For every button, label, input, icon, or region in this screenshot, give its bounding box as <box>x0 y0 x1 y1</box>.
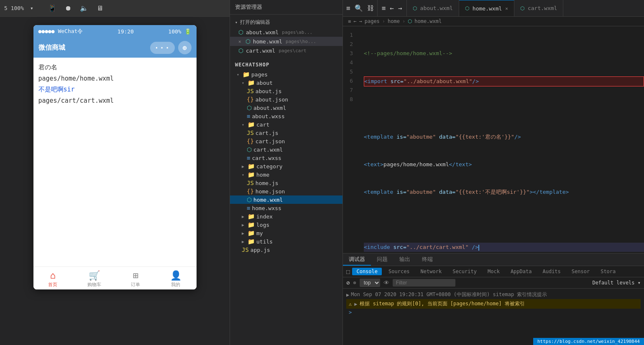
tree-cart-wxss[interactable]: ≡ cart.wxss <box>230 154 342 162</box>
tree-logs-folder[interactable]: ▶ 📁 logs <box>230 221 342 229</box>
open-file-about-name: about.wxml <box>246 29 279 36</box>
tree-cart-folder[interactable]: ▾ 📁 cart <box>230 120 342 129</box>
nav-profile[interactable]: 👤 我的 <box>170 270 181 288</box>
tree-utils-folder[interactable]: ▶ 📁 utils <box>230 237 342 246</box>
warning-text: 根据 sitemap 的规则[0], 当前页面 [pages/home/home… <box>360 300 524 307</box>
home-wxss-label: home.wxss <box>252 205 281 211</box>
tree-my-folder[interactable]: ▶ 📁 my <box>230 229 342 237</box>
breadcrumb-wxml-icon: ⬡ <box>408 18 412 24</box>
tree-category-folder[interactable]: ▶ 📁 category <box>230 162 342 170</box>
nav-orders[interactable]: ⊞ 订单 <box>131 270 140 288</box>
console-filter-input[interactable] <box>393 279 455 287</box>
console-tab-debugger[interactable]: 调试器 <box>343 254 371 266</box>
console-sub-stora[interactable]: Stora <box>596 268 620 275</box>
record-icon[interactable]: ⏺ <box>65 4 72 12</box>
tree-about-js[interactable]: JS about.js <box>230 87 342 95</box>
nav-profile-label: 我的 <box>171 282 180 288</box>
open-file-about[interactable]: ⬡ about.wxml pages\ab... <box>230 28 342 37</box>
tree-pages-folder[interactable]: ▾ 📁 pages <box>230 70 342 79</box>
console-sub-network[interactable]: Network <box>417 268 446 275</box>
tree-home-folder[interactable]: ▾ 📁 home <box>230 170 342 179</box>
console-sub-audits[interactable]: Audits <box>538 268 565 275</box>
open-file-home[interactable]: ✕ ⬡ home.wxml pages\ho... <box>230 37 342 46</box>
nav-scan-icon[interactable]: ⊕ <box>178 41 192 54</box>
console-context-select[interactable]: top <box>360 279 380 287</box>
editor-main: 1 2 3 4 5 6 7 8 <!--pages/home/home.wxml… <box>343 26 644 253</box>
tab-cart-wxml[interactable]: ⬡ cart.wxml <box>514 0 563 16</box>
orders-icon: ⊞ <box>133 270 138 281</box>
console-clear-icon[interactable]: ⊘ <box>346 279 350 286</box>
profile-icon: 👤 <box>170 270 181 281</box>
console-tab-terminal[interactable]: 终端 <box>416 254 439 266</box>
console-stop-icon[interactable]: ⊗ <box>353 280 356 286</box>
console-sub-sources[interactable]: Sources <box>384 268 414 275</box>
home-folder-icon: 📁 <box>248 171 255 178</box>
console-sub-sensor[interactable]: Sensor <box>567 268 594 275</box>
tree-about-folder[interactable]: ▾ 📁 about <box>230 79 342 87</box>
tab-home-wxml[interactable]: ⬡ home.wxml ✕ <box>459 0 514 16</box>
console-eye-icon[interactable]: 👁 <box>383 279 389 286</box>
console-sub-console[interactable]: Console <box>352 268 382 275</box>
wxml-icon-1: ⬡ <box>247 104 252 111</box>
nav-home[interactable]: ⌂ 首页 <box>48 270 57 288</box>
console-tab-problems[interactable]: 问题 <box>371 254 394 266</box>
str-aboutme1: "aboutme" <box>406 134 436 140</box>
screen-icon[interactable]: 🖥 <box>97 4 103 12</box>
tag-include-close: /> <box>468 244 478 250</box>
tab-home-close[interactable]: ✕ <box>505 6 508 11</box>
forward-icon[interactable]: → <box>398 4 402 12</box>
console-warning-row: ⚠ ▶ 根据 sitemap 的规则[0], 当前页面 [pages/home/… <box>346 299 641 309</box>
list-icon[interactable]: ≡ <box>382 4 386 12</box>
home-folder-label: home <box>256 172 269 178</box>
phone-nav-title: 微信商城 <box>38 43 65 52</box>
tree-cart-json[interactable]: {} cart.json <box>230 137 342 145</box>
console-tab-output[interactable]: 输出 <box>394 254 416 266</box>
tree-about-wxss[interactable]: ≡ about.wxss <box>230 112 342 120</box>
breadcrumb-back[interactable]: ← <box>353 18 356 24</box>
index-folder-label: index <box>256 213 273 220</box>
phone-icon[interactable]: 📱 <box>48 4 56 12</box>
search-editor-icon[interactable]: 🔍 <box>355 4 363 12</box>
console-sub-mock[interactable]: Mock <box>483 268 504 275</box>
console-sub-security[interactable]: Security <box>448 268 481 275</box>
tree-about-wxml[interactable]: ⬡ about.wxml <box>230 104 342 112</box>
tree-home-wxml[interactable]: ⬡ home.wxml <box>230 195 342 204</box>
menu-icon[interactable]: ≡ <box>346 4 350 12</box>
console-sub-appdata[interactable]: AppData <box>506 268 536 275</box>
sound-icon[interactable]: 🔈 <box>80 4 88 12</box>
tab-about-icon: ⬡ <box>413 5 417 11</box>
warning-expand[interactable]: ▶ <box>354 301 357 307</box>
tree-app-js[interactable]: JS app.js <box>230 246 342 254</box>
tree-cart-wxml[interactable]: ⬡ cart.wxml <box>230 145 342 154</box>
open-file-cart[interactable]: ⬡ cart.wxml pages\cart <box>230 46 342 55</box>
tree-home-wxss[interactable]: ≡ home.wxss <box>230 204 342 212</box>
git-icon[interactable]: ⛓ <box>367 4 374 12</box>
tree-home-js[interactable]: JS home.js <box>230 179 342 187</box>
open-editors-section: ▾ 打开的编辑器 ⬡ about.wxml pages\ab... ✕ ⬡ ho… <box>230 15 342 58</box>
tab-home-label: home.wxml <box>473 5 502 12</box>
tab-about-wxml[interactable]: ⬡ about.wxml <box>407 0 459 16</box>
nav-cart[interactable]: 🛒 购物车 <box>87 270 101 288</box>
nav-dots[interactable]: ··· <box>150 42 175 54</box>
console-levels-select[interactable]: Default levels ▾ <box>592 280 641 286</box>
open-file-home-name: home.wxml <box>253 38 282 45</box>
console-toolbar: ⊘ ⊗ top 👁 Default levels ▾ <box>343 277 644 289</box>
category-arrow: ▶ <box>242 164 246 169</box>
breadcrumb-forward[interactable]: → <box>359 18 362 24</box>
back-icon[interactable]: ← <box>390 4 394 12</box>
about-json-label: about.json <box>256 96 288 103</box>
tree-index-folder[interactable]: ▶ 📁 index <box>230 212 342 221</box>
close-home-btn[interactable]: ✕ <box>238 39 241 44</box>
console-inspect-icon[interactable]: ⬚ <box>346 268 350 275</box>
console-prompt: > <box>349 309 352 315</box>
tag-template1-close: /> <box>514 134 521 140</box>
wxml-icon-cart: ⬡ <box>238 47 243 54</box>
code-line-3 <box>364 105 644 114</box>
code-editor[interactable]: <!--pages/home/home.wxml--> <import src=… <box>360 26 644 253</box>
tree-cart-js[interactable]: JS cart.js <box>230 129 342 137</box>
phone-status-bar: ●●●●● WeChat令 19:20 100% 🔋 <box>33 25 197 38</box>
breadcrumb-icon: ≡ <box>348 18 351 24</box>
tree-home-json[interactable]: {} home.json <box>230 187 342 195</box>
tree-about-json[interactable]: {} about.json <box>230 95 342 104</box>
console-tabs: 调试器 问题 输出 终端 <box>343 254 644 266</box>
